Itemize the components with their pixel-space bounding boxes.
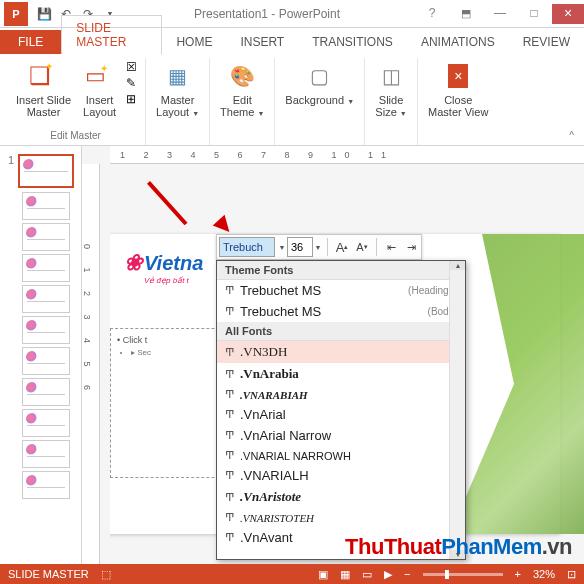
ribbon-group-label: Edit Master	[50, 128, 101, 145]
grow-font-button[interactable]: A▴	[332, 237, 352, 257]
layout-thumbnail[interactable]	[22, 378, 70, 406]
truetype-icon: Ͳ	[225, 469, 234, 482]
ribbon-options-button[interactable]: ⬒	[450, 4, 482, 24]
font-option[interactable]: Ͳ.VN3DH	[217, 341, 465, 363]
vertical-ruler: 0 1 2 3 4 5 6	[82, 164, 100, 564]
tab-transitions[interactable]: TRANSITIONS	[298, 30, 407, 54]
truetype-icon: Ͳ	[225, 449, 234, 462]
edit-theme-button[interactable]: 🎨 Edit Theme ▼	[216, 58, 268, 122]
tab-insert[interactable]: INSERT	[226, 30, 298, 54]
status-language-icon[interactable]: ⬚	[101, 568, 111, 581]
master-layout-button[interactable]: ▦ Master Layout ▼	[152, 58, 203, 122]
font-option[interactable]: ͲTrebuchet MS(Body)	[217, 301, 465, 322]
font-name-dropdown-button[interactable]: ▼	[277, 244, 287, 251]
fit-window-button[interactable]: ⊡	[567, 568, 576, 581]
dropdown-scrollbar[interactable]	[449, 261, 465, 559]
insert-slide-master-icon: ❑✦	[28, 60, 60, 92]
ribbon: ❑✦ Insert Slide Master ▭✦ Insert Layout …	[0, 54, 584, 146]
font-option[interactable]: Ͳ.VNARISTOTEH	[217, 508, 465, 527]
font-option[interactable]: Ͳ.VNARABIAH	[217, 385, 465, 404]
tab-animations[interactable]: ANIMATIONS	[407, 30, 509, 54]
preserve-icon[interactable]: ⊞	[126, 92, 136, 106]
truetype-icon: Ͳ	[225, 388, 234, 401]
ribbon-group-master-layout: ▦ Master Layout ▼	[146, 58, 210, 145]
tab-slide-master[interactable]: SLIDE MASTER	[61, 15, 162, 55]
insert-layout-icon: ▭✦	[84, 60, 116, 92]
workspace: 1 1 2 3 4 5 6 7 8 9 10 11 0 1 2 3 4 5 6 …	[0, 146, 584, 564]
view-reading-button[interactable]: ▭	[362, 568, 372, 581]
canvas[interactable]: ▼ ▼ A▴ A▾ ⇤ ⇥ Theme Fonts ͲTrebuchet MS(…	[110, 164, 584, 564]
font-size-dropdown-button[interactable]: ▼	[313, 244, 323, 251]
layout-thumbnail[interactable]	[22, 347, 70, 375]
maximize-button[interactable]: □	[518, 4, 550, 24]
layout-thumbnail[interactable]	[22, 409, 70, 437]
insert-layout-button[interactable]: ▭✦ Insert Layout	[79, 58, 120, 120]
layout-thumbnail[interactable]	[22, 440, 70, 468]
truetype-icon: Ͳ	[225, 429, 234, 442]
layout-thumbnail[interactable]	[22, 471, 70, 499]
delete-icon[interactable]: ☒	[126, 60, 137, 74]
rename-icon[interactable]: ✎	[126, 76, 136, 90]
zoom-in-button[interactable]: +	[515, 568, 521, 580]
truetype-icon: Ͳ	[225, 491, 234, 504]
slide-editor: 1 2 3 4 5 6 7 8 9 10 11 0 1 2 3 4 5 6 ▼ …	[82, 146, 584, 564]
tab-review[interactable]: REVIEW	[509, 30, 584, 54]
zoom-level[interactable]: 32%	[533, 568, 555, 580]
insert-slide-master-button[interactable]: ❑✦ Insert Slide Master	[12, 58, 75, 120]
truetype-icon: Ͳ	[225, 408, 234, 421]
font-dropdown: Theme Fonts ͲTrebuchet MS(Headings) ͲTre…	[216, 260, 466, 560]
zoom-slider[interactable]	[423, 573, 503, 576]
shrink-font-button[interactable]: A▾	[352, 237, 372, 257]
truetype-icon: Ͳ	[225, 531, 234, 544]
font-option[interactable]: ͲTrebuchet MS(Headings)	[217, 280, 465, 301]
minimize-button[interactable]: —	[484, 4, 516, 24]
font-size-input[interactable]	[287, 237, 313, 257]
slide-size-button[interactable]: ◫ Slide Size ▼	[371, 58, 411, 122]
slide-decoration	[450, 234, 584, 534]
ribbon-tabs: FILE SLIDE MASTER HOME INSERT TRANSITION…	[0, 28, 584, 54]
background-button[interactable]: ▢ Background ▼	[281, 58, 358, 110]
layout-thumbnail[interactable]	[22, 192, 70, 220]
truetype-icon: Ͳ	[225, 305, 234, 318]
close-master-view-button[interactable]: × Close Master View	[424, 58, 492, 120]
tab-home[interactable]: HOME	[162, 30, 226, 54]
tab-file[interactable]: FILE	[0, 30, 61, 54]
decrease-indent-button[interactable]: ⇤	[381, 237, 401, 257]
font-option[interactable]: Ͳ.VNARIAL NARROWH	[217, 446, 465, 465]
dropdown-header-all: All Fonts	[217, 322, 465, 341]
layout-thumbnail[interactable]	[22, 316, 70, 344]
help-button[interactable]: ?	[416, 4, 448, 24]
truetype-icon: Ͳ	[225, 368, 234, 381]
font-option[interactable]: Ͳ.VnArial	[217, 404, 465, 425]
slide-size-icon: ◫	[375, 60, 407, 92]
close-button[interactable]: ×	[552, 4, 584, 24]
status-bar: SLIDE MASTER ⬚ ▣ ▦ ▭ ▶ − + 32% ⊡	[0, 564, 584, 584]
window-title: Presentation1 - PowerPoint	[118, 7, 416, 21]
background-icon: ▢	[304, 60, 336, 92]
themes-icon: 🎨	[226, 60, 258, 92]
layout-thumbnail[interactable]	[22, 254, 70, 282]
font-option[interactable]: Ͳ.VnAristote	[217, 486, 465, 508]
view-slideshow-button[interactable]: ▶	[384, 568, 392, 581]
font-name-input[interactable]	[219, 237, 275, 257]
font-option[interactable]: Ͳ.VnArabia	[217, 363, 465, 385]
increase-indent-button[interactable]: ⇥	[401, 237, 421, 257]
truetype-icon: Ͳ	[225, 346, 234, 359]
font-option[interactable]: Ͳ.VnArial Narrow	[217, 425, 465, 446]
layout-thumbnail[interactable]	[22, 223, 70, 251]
view-sorter-button[interactable]: ▦	[340, 568, 350, 581]
view-normal-button[interactable]: ▣	[318, 568, 328, 581]
collapse-ribbon-button[interactable]: ^	[565, 126, 578, 145]
font-option[interactable]: Ͳ.VNARIALH	[217, 465, 465, 486]
slide-logo-tagline: Vẻ đẹp bất t	[144, 276, 189, 285]
close-master-icon: ×	[442, 60, 474, 92]
horizontal-ruler: 1 2 3 4 5 6 7 8 9 10 11	[110, 146, 584, 164]
ribbon-group-size: ◫ Slide Size ▼	[365, 58, 418, 145]
ribbon-group-background: ▢ Background ▼	[275, 58, 365, 145]
layout-thumbnail[interactable]	[22, 285, 70, 313]
save-icon[interactable]: 💾	[36, 6, 52, 22]
ribbon-group-close: × Close Master View	[418, 58, 498, 145]
master-thumbnail[interactable]	[18, 154, 74, 188]
zoom-out-button[interactable]: −	[404, 568, 410, 580]
master-layout-icon: ▦	[162, 60, 194, 92]
